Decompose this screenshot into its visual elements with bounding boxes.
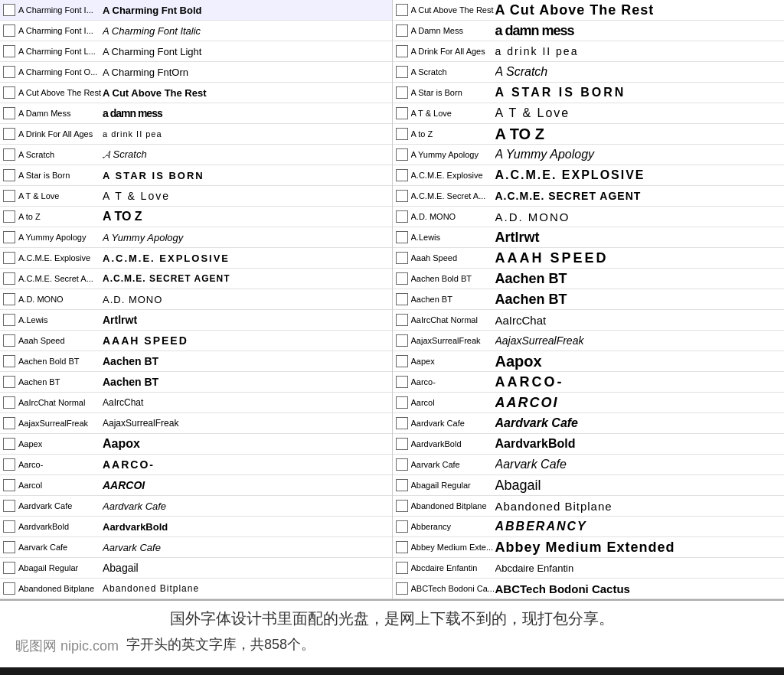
row-checkbox[interactable] bbox=[396, 479, 408, 491]
font-preview: A Scratch bbox=[495, 65, 785, 79]
row-checkbox[interactable] bbox=[396, 169, 408, 181]
row-checkbox[interactable] bbox=[396, 231, 408, 243]
row-checkbox[interactable] bbox=[3, 314, 15, 326]
row-checkbox[interactable] bbox=[396, 396, 408, 409]
row-checkbox[interactable] bbox=[3, 438, 15, 450]
row-checkbox[interactable] bbox=[396, 438, 408, 450]
list-item: A Star is Born A STAR IS BORN bbox=[393, 83, 785, 103]
font-preview: A Charming Fnt Bold bbox=[103, 5, 392, 16]
row-checkbox[interactable] bbox=[396, 500, 408, 512]
list-item: Aapex Aapox bbox=[393, 351, 785, 372]
row-checkbox[interactable] bbox=[396, 376, 408, 388]
row-checkbox[interactable] bbox=[396, 334, 408, 347]
row-checkbox[interactable] bbox=[3, 272, 15, 285]
font-preview: AARCOI bbox=[495, 395, 785, 411]
list-item: Aarco- AARCO- bbox=[0, 455, 392, 475]
row-checkbox[interactable] bbox=[3, 582, 15, 595]
row-checkbox[interactable] bbox=[3, 376, 15, 388]
left-column: A Charming Font I... A Charming Fnt Bold… bbox=[0, 0, 393, 599]
list-item: Aapex Aapox bbox=[0, 434, 392, 455]
row-checkbox[interactable] bbox=[396, 582, 408, 595]
list-item: A to Z A TO Z bbox=[393, 124, 785, 145]
font-name-label: A Star is Born bbox=[411, 88, 495, 97]
row-checkbox[interactable] bbox=[396, 417, 408, 429]
font-preview: A Charming Font Italic bbox=[103, 25, 392, 37]
row-checkbox[interactable] bbox=[3, 252, 15, 264]
row-checkbox[interactable] bbox=[3, 417, 15, 429]
font-name-label: A Star is Born bbox=[18, 171, 103, 180]
font-preview: Abagail bbox=[495, 478, 785, 494]
row-checkbox[interactable] bbox=[396, 210, 408, 223]
font-name-label: Aaah Speed bbox=[411, 253, 495, 262]
row-checkbox[interactable] bbox=[396, 24, 408, 37]
row-checkbox[interactable] bbox=[3, 231, 15, 243]
row-checkbox[interactable] bbox=[396, 45, 408, 57]
list-item: Aarcol AARCOI bbox=[0, 475, 392, 496]
row-checkbox[interactable] bbox=[3, 541, 15, 553]
row-checkbox[interactable] bbox=[396, 128, 408, 140]
row-checkbox[interactable] bbox=[3, 396, 15, 409]
row-checkbox[interactable] bbox=[3, 107, 15, 119]
font-preview: A Charming FntOrn bbox=[103, 67, 392, 78]
font-name-label: A.D. MONO bbox=[18, 295, 103, 304]
row-checkbox[interactable] bbox=[396, 4, 408, 16]
font-name-label: A Cut Above The Rest bbox=[18, 88, 103, 97]
row-checkbox[interactable] bbox=[396, 355, 408, 367]
font-preview: A Cut Above The Rest bbox=[103, 87, 392, 99]
row-checkbox[interactable] bbox=[396, 272, 408, 285]
font-preview: Artlrwt bbox=[103, 314, 392, 326]
row-checkbox[interactable] bbox=[3, 148, 15, 161]
row-checkbox[interactable] bbox=[396, 66, 408, 78]
font-name-label: Abagail Regular bbox=[18, 563, 103, 572]
row-checkbox[interactable] bbox=[3, 66, 15, 78]
font-preview: Aachen BT bbox=[495, 292, 785, 308]
row-checkbox[interactable] bbox=[396, 148, 408, 161]
row-checkbox[interactable] bbox=[3, 190, 15, 202]
row-checkbox[interactable] bbox=[396, 107, 408, 119]
row-checkbox[interactable] bbox=[396, 314, 408, 326]
row-checkbox[interactable] bbox=[3, 210, 15, 223]
font-name-label: AajaxSurrealFreak bbox=[18, 419, 103, 428]
row-checkbox[interactable] bbox=[396, 520, 408, 533]
row-checkbox[interactable] bbox=[3, 169, 15, 181]
row-checkbox[interactable] bbox=[3, 128, 15, 140]
row-checkbox[interactable] bbox=[396, 252, 408, 264]
font-preview: A STAR IS BORN bbox=[495, 86, 785, 99]
list-item: Aaah Speed AAAH SPEED bbox=[393, 248, 785, 269]
font-preview: Aardvark Cafe bbox=[495, 416, 785, 430]
font-preview: a damn mess bbox=[103, 107, 392, 119]
font-name-label: A to Z bbox=[411, 129, 495, 139]
row-checkbox[interactable] bbox=[3, 86, 15, 99]
font-preview: a drink II pea bbox=[103, 129, 392, 139]
row-checkbox[interactable] bbox=[3, 562, 15, 574]
row-checkbox[interactable] bbox=[3, 293, 15, 305]
font-name-label: A.D. MONO bbox=[411, 212, 495, 221]
font-name-label: Aachen BT bbox=[18, 377, 103, 386]
row-checkbox[interactable] bbox=[396, 458, 408, 471]
row-checkbox[interactable] bbox=[3, 334, 15, 347]
row-checkbox[interactable] bbox=[3, 24, 15, 37]
row-checkbox[interactable] bbox=[3, 4, 15, 16]
row-checkbox[interactable] bbox=[3, 500, 15, 512]
list-item: A Scratch A Scratch bbox=[393, 62, 785, 83]
font-preview: Artlrwt bbox=[495, 230, 785, 246]
row-checkbox[interactable] bbox=[3, 45, 15, 57]
row-checkbox[interactable] bbox=[3, 479, 15, 491]
list-item: Abbey Medium Exte... Abbey Medium Extend… bbox=[393, 537, 785, 558]
list-item: AajaxSurrealFreak AajaxSurrealFreak bbox=[393, 331, 785, 351]
row-checkbox[interactable] bbox=[3, 458, 15, 471]
font-name-label: Aachen Bold BT bbox=[411, 274, 495, 283]
row-checkbox[interactable] bbox=[3, 520, 15, 533]
font-preview: Aachen BT bbox=[495, 271, 785, 287]
row-checkbox[interactable] bbox=[396, 190, 408, 202]
row-checkbox[interactable] bbox=[396, 541, 408, 553]
row-checkbox[interactable] bbox=[396, 86, 408, 99]
font-preview: AARCO- bbox=[103, 458, 392, 471]
font-name-label: A Charming Font O... bbox=[18, 67, 103, 77]
font-preview: Abandoned Bitplane bbox=[495, 500, 785, 513]
row-checkbox[interactable] bbox=[396, 293, 408, 305]
list-item: A Star is Born A STAR IS BORN bbox=[0, 165, 392, 186]
row-checkbox[interactable] bbox=[396, 562, 408, 574]
font-preview: A.D. MONO bbox=[495, 210, 785, 223]
row-checkbox[interactable] bbox=[3, 355, 15, 367]
